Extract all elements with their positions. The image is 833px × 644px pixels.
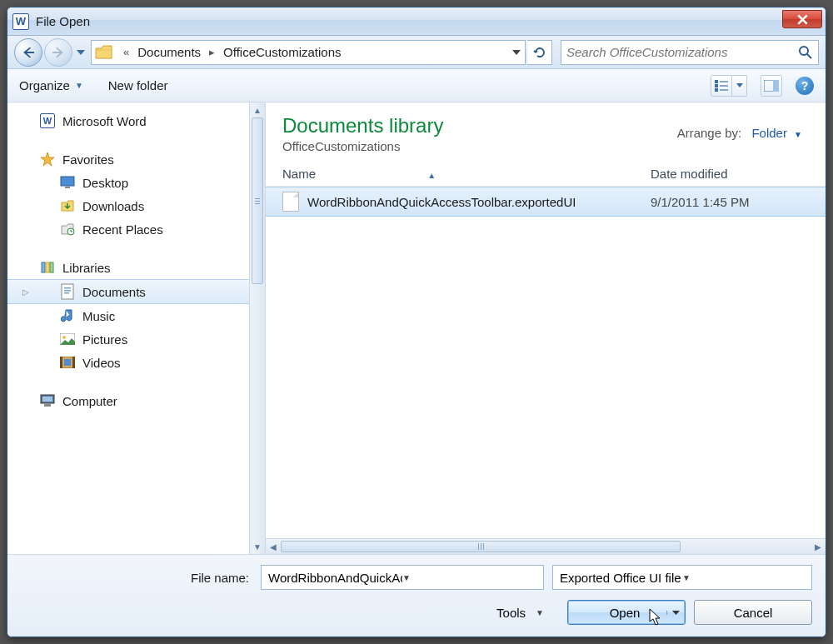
- help-button[interactable]: ?: [796, 77, 814, 95]
- svg-point-0: [800, 47, 808, 55]
- search-input[interactable]: [566, 45, 798, 59]
- downloads-icon: [59, 197, 76, 214]
- sort-ascending-icon: ▲: [427, 171, 436, 180]
- filename-combobox[interactable]: WordRibbonAndQuickAccessTool ▼: [261, 565, 544, 590]
- scrollbar-thumb[interactable]: [281, 541, 681, 552]
- sidebar-music[interactable]: Music: [7, 304, 265, 327]
- breadcrumb-current[interactable]: OfficeCustomizations: [220, 45, 344, 59]
- scroll-down-icon[interactable]: ▼: [250, 539, 265, 554]
- sidebar-desktop[interactable]: Desktop: [7, 171, 265, 194]
- sidebar-label: Microsoft Word: [62, 114, 147, 128]
- folder-icon: [95, 44, 113, 61]
- toolbar: Organize ▼ New folder: [7, 69, 826, 102]
- svg-rect-10: [65, 187, 70, 188]
- open-dropdown[interactable]: [666, 611, 685, 615]
- sidebar: W Microsoft Word Favorites Desktop: [7, 102, 266, 554]
- svg-rect-26: [42, 397, 52, 402]
- scroll-up-icon[interactable]: ▲: [250, 102, 265, 117]
- forward-button[interactable]: [44, 38, 72, 67]
- refresh-icon: [533, 46, 546, 59]
- search-box[interactable]: [561, 40, 819, 65]
- videos-icon: [59, 354, 76, 371]
- svg-point-20: [62, 336, 66, 339]
- view-mode-button[interactable]: [711, 75, 732, 97]
- sidebar-favorites[interactable]: Favorites: [7, 147, 265, 171]
- chevron-down-icon: [736, 83, 743, 87]
- breadcrumb: « Documents ▸ OfficeCustomizations: [118, 45, 345, 59]
- search-icon: [798, 45, 813, 60]
- sidebar-msword[interactable]: W Microsoft Word: [7, 109, 265, 132]
- file-open-dialog: W File Open « Documents ▸ OfficeCusto: [7, 7, 826, 637]
- chevron-down-icon[interactable]: ▼: [402, 573, 536, 582]
- history-dropdown[interactable]: [74, 40, 87, 65]
- footer: File name: WordRibbonAndQuickAccessTool …: [7, 554, 826, 637]
- sidebar-videos[interactable]: Videos: [7, 351, 265, 374]
- arrange-value[interactable]: Folder ▼: [751, 126, 802, 140]
- svg-rect-27: [44, 404, 51, 407]
- star-icon: [39, 151, 56, 167]
- chevron-down-icon: [512, 50, 521, 55]
- open-label: Open: [590, 606, 666, 620]
- svg-rect-6: [720, 89, 728, 91]
- navigation-bar: « Documents ▸ OfficeCustomizations: [7, 36, 826, 69]
- back-button[interactable]: [14, 38, 42, 67]
- chevron-down-icon: [672, 611, 680, 615]
- content-pane: Documents library OfficeCustomizations A…: [266, 102, 826, 554]
- breadcrumb-prefix[interactable]: «: [118, 46, 134, 58]
- arrow-right-icon: [51, 45, 66, 60]
- arrow-left-icon: [21, 45, 36, 60]
- svg-rect-22: [60, 357, 62, 368]
- sidebar-downloads[interactable]: Downloads: [7, 194, 265, 217]
- sidebar-label: Desktop: [82, 176, 128, 190]
- horizontal-scrollbar[interactable]: ◀ ▶: [266, 538, 826, 554]
- scrollbar-track[interactable]: [281, 539, 811, 554]
- address-bar[interactable]: « Documents ▸ OfficeCustomizations: [91, 40, 526, 65]
- svg-rect-2: [715, 84, 718, 87]
- cancel-button[interactable]: Cancel: [694, 600, 812, 625]
- sidebar-documents[interactable]: ▷ Documents: [7, 279, 265, 304]
- documents-icon: [59, 283, 76, 300]
- arrange-value-text: Folder: [751, 126, 787, 140]
- sidebar-label: Recent Places: [82, 222, 163, 237]
- organize-button[interactable]: Organize ▼: [19, 78, 83, 92]
- view-mode-dropdown[interactable]: [732, 75, 747, 97]
- filter-value: Exported Office UI file (*.exporte: [560, 571, 682, 585]
- sidebar-label: Pictures: [82, 332, 127, 347]
- sidebar-label: Downloads: [82, 199, 144, 213]
- close-button[interactable]: [782, 10, 822, 28]
- titlebar: W File Open: [7, 7, 826, 36]
- tools-button[interactable]: Tools ▼: [496, 606, 544, 620]
- svg-rect-4: [720, 81, 728, 82]
- close-icon: [797, 14, 808, 25]
- breadcrumb-documents[interactable]: Documents: [134, 45, 204, 59]
- refresh-button[interactable]: [527, 40, 552, 65]
- open-button[interactable]: Open: [567, 600, 686, 625]
- sidebar-label: Computer: [62, 394, 117, 408]
- address-dropdown[interactable]: [506, 41, 525, 64]
- sidebar-scrollbar[interactable]: ▲ ▼: [249, 102, 265, 554]
- scrollbar-thumb[interactable]: [252, 117, 263, 284]
- scroll-left-icon[interactable]: ◀: [266, 542, 281, 552]
- organize-label: Organize: [19, 78, 70, 92]
- preview-pane-button[interactable]: [761, 75, 782, 97]
- sidebar-label: Favorites: [62, 152, 114, 167]
- cancel-label: Cancel: [734, 606, 773, 620]
- sidebar-label: Music: [82, 309, 115, 323]
- scroll-right-icon[interactable]: ▶: [811, 542, 826, 552]
- column-date[interactable]: Date modified: [651, 167, 809, 181]
- column-name[interactable]: Name ▲: [282, 167, 651, 181]
- svg-rect-13: [46, 262, 49, 272]
- file-row[interactable]: WordRibbonAndQuickAccessToolbar.exported…: [266, 187, 826, 217]
- expand-icon[interactable]: ▷: [22, 287, 29, 297]
- sidebar-label: Libraries: [62, 261, 111, 275]
- arrange-by: Arrange by: Folder ▼: [677, 126, 802, 140]
- sidebar-computer[interactable]: Computer: [7, 389, 265, 412]
- sidebar-libraries[interactable]: Libraries: [7, 256, 265, 279]
- new-folder-button[interactable]: New folder: [108, 78, 168, 92]
- sidebar-pictures[interactable]: Pictures: [7, 327, 265, 351]
- file-icon: [282, 192, 299, 212]
- svg-rect-23: [72, 357, 75, 368]
- sidebar-recent[interactable]: Recent Places: [7, 217, 265, 241]
- svg-rect-12: [42, 262, 45, 272]
- file-filter-dropdown[interactable]: Exported Office UI file (*.exporte ▼: [552, 565, 812, 590]
